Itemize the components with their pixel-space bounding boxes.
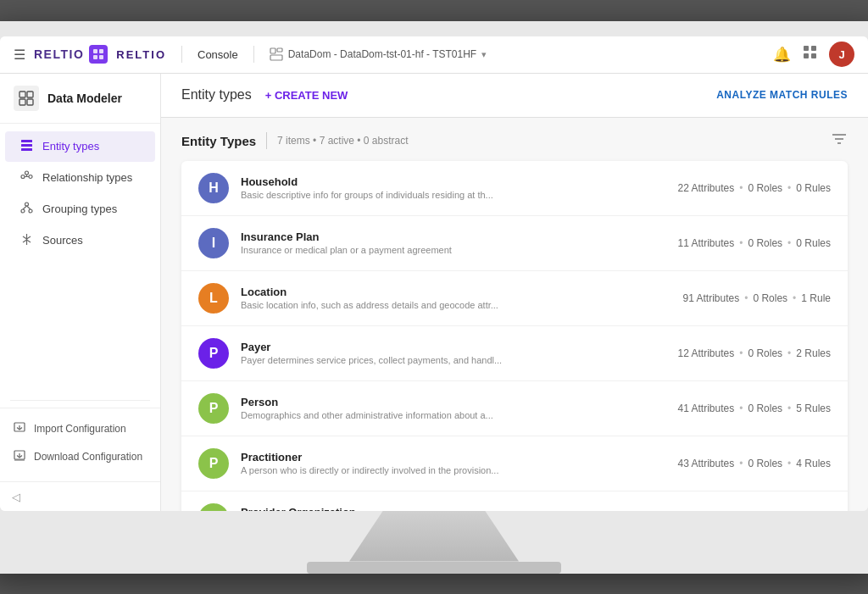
entity-name: Practitioner <box>241 451 666 464</box>
entity-stats: 91 Attributes • 0 Roles • 1 Rule <box>683 292 832 304</box>
entity-desc: Basic descriptive info for groups of ind… <box>241 190 529 200</box>
sidebar-item-entity-types[interactable]: Entity types <box>5 131 155 162</box>
svg-line-29 <box>23 236 27 239</box>
svg-point-21 <box>25 171 28 175</box>
svg-rect-4 <box>270 48 275 53</box>
entity-roles: 0 Roles <box>753 292 787 304</box>
relationship-types-icon <box>19 170 34 186</box>
svg-rect-16 <box>21 144 32 147</box>
table-header-divider <box>266 132 267 149</box>
content-header: Entity types + CREATE NEW ANALYZE MATCH … <box>161 74 868 118</box>
entity-row[interactable]: P Provider Organization A formally or in… <box>181 491 848 511</box>
entity-row[interactable]: P Payer Payer determines service prices,… <box>181 326 848 381</box>
svg-rect-12 <box>27 92 33 97</box>
entity-roles: 0 Roles <box>748 402 782 414</box>
entity-desc: Demographics and other administrative in… <box>241 410 529 420</box>
entity-avatar: L <box>198 283 229 314</box>
svg-rect-7 <box>804 46 809 51</box>
hamburger-menu-icon[interactable]: ☰ <box>14 47 25 63</box>
entity-roles: 0 Roles <box>748 458 782 469</box>
sidebar-header: Data Modeler <box>0 74 160 124</box>
data-modeler-icon <box>14 86 39 111</box>
entity-roles: 0 Roles <box>748 347 782 359</box>
entity-info: Provider Organization A formally or info… <box>241 506 666 511</box>
entity-row[interactable]: I Insurance Plan Insurance or medical pl… <box>181 216 848 271</box>
entity-attributes: 12 Attributes <box>678 347 735 359</box>
svg-rect-1 <box>99 49 103 53</box>
entity-avatar: H <box>198 173 229 203</box>
entity-desc: Basic location info, such as address det… <box>241 300 529 310</box>
entity-info: Payer Payer determines service prices, c… <box>241 341 666 365</box>
sources-label: Sources <box>42 234 83 247</box>
svg-rect-15 <box>21 140 32 142</box>
svg-line-32 <box>26 240 31 242</box>
download-config-icon <box>14 450 25 464</box>
analyze-match-rules-button[interactable]: ANALYZE MATCH RULES <box>716 89 848 101</box>
import-config-label: Import Configuration <box>34 423 126 435</box>
create-new-button[interactable]: + CREATE NEW <box>265 89 348 102</box>
import-config-item[interactable]: Import Configuration <box>0 415 160 443</box>
entity-stats: 43 Attributes • 0 Roles • 4 Rules <box>678 458 832 469</box>
sidebar-item-relationship-types[interactable]: Relationship types <box>5 163 155 193</box>
grid-icon[interactable] <box>803 45 817 64</box>
entity-stats: 11 Attributes • 0 Roles • 0 Rules <box>678 237 832 249</box>
download-config-item[interactable]: Download Configuration <box>0 443 160 471</box>
svg-rect-5 <box>277 48 282 52</box>
page-title: Entity types <box>181 87 252 103</box>
sidebar: Data Modeler Entity types <box>0 74 161 511</box>
content-area: Entity types + CREATE NEW ANALYZE MATCH … <box>161 74 868 511</box>
logo-area: RELTIO <box>34 45 108 64</box>
entity-rules: 5 Rules <box>796 402 831 414</box>
entity-info: Location Basic location info, such as ad… <box>241 286 671 310</box>
entity-rules: 0 Rules <box>796 182 831 194</box>
entity-roles: 0 Roles <box>748 237 782 249</box>
entity-info: Insurance Plan Insurance or medical plan… <box>241 230 666 255</box>
entity-stats: 41 Attributes • 0 Roles • 5 Rules <box>678 402 832 414</box>
logo-badge <box>89 45 108 64</box>
svg-rect-8 <box>811 46 816 51</box>
sidebar-item-sources[interactable]: Sources <box>5 225 155 256</box>
notification-icon[interactable]: 🔔 <box>773 46 791 64</box>
entity-row[interactable]: P Practitioner A person who is directly … <box>181 436 848 491</box>
entity-attributes: 11 Attributes <box>678 237 735 249</box>
svg-rect-2 <box>93 55 97 59</box>
sidebar-nav: Entity types Relationship types <box>0 124 160 393</box>
download-config-label: Download Configuration <box>34 451 142 463</box>
entity-row[interactable]: H Household Basic descriptive info for g… <box>181 161 848 216</box>
svg-rect-11 <box>19 92 25 97</box>
svg-point-23 <box>25 203 28 206</box>
sidebar-bottom: Import Configuration Download Configurat… <box>0 408 160 481</box>
collapse-sidebar-button[interactable]: ◁ <box>12 491 20 503</box>
entity-attributes: 91 Attributes <box>683 292 740 304</box>
entity-rules: 0 Rules <box>796 237 831 249</box>
entity-attributes: 41 Attributes <box>678 402 735 414</box>
entity-info: Person Demographics and other administra… <box>241 396 666 420</box>
relationship-types-label: Relationship types <box>42 171 132 184</box>
breadcrumb-icon <box>270 47 283 61</box>
svg-line-31 <box>23 240 27 242</box>
svg-rect-0 <box>93 49 97 53</box>
table-area: Entity Types 7 items • 7 active • 0 abst… <box>161 118 868 511</box>
user-avatar[interactable]: J <box>829 42 854 67</box>
entity-types-label: Entity types <box>42 140 99 153</box>
entity-types-icon <box>19 139 34 154</box>
top-bar-right: 🔔 J <box>773 42 854 67</box>
entity-rules: 2 Rules <box>796 347 831 359</box>
entity-roles: 0 Roles <box>748 182 782 194</box>
svg-line-26 <box>23 206 27 209</box>
entity-name: Person <box>241 396 666 408</box>
svg-point-24 <box>21 209 25 213</box>
entity-list: H Household Basic descriptive info for g… <box>181 161 848 511</box>
filter-icon[interactable] <box>831 131 848 151</box>
sources-icon <box>19 233 34 248</box>
entity-row[interactable]: L Location Basic location info, such as … <box>181 271 848 326</box>
table-meta: 7 items • 7 active • 0 abstract <box>277 135 408 147</box>
entity-attributes: 43 Attributes <box>678 458 735 469</box>
breadcrumb-arrow-icon[interactable]: ▾ <box>481 49 487 60</box>
entity-name: Household <box>241 175 666 188</box>
entity-name: Insurance Plan <box>241 230 666 243</box>
sidebar-item-grouping-types[interactable]: Grouping types <box>5 194 155 225</box>
svg-line-27 <box>26 206 31 209</box>
table-header: Entity Types 7 items • 7 active • 0 abst… <box>181 131 848 151</box>
entity-row[interactable]: P Person Demographics and other administ… <box>181 381 848 436</box>
